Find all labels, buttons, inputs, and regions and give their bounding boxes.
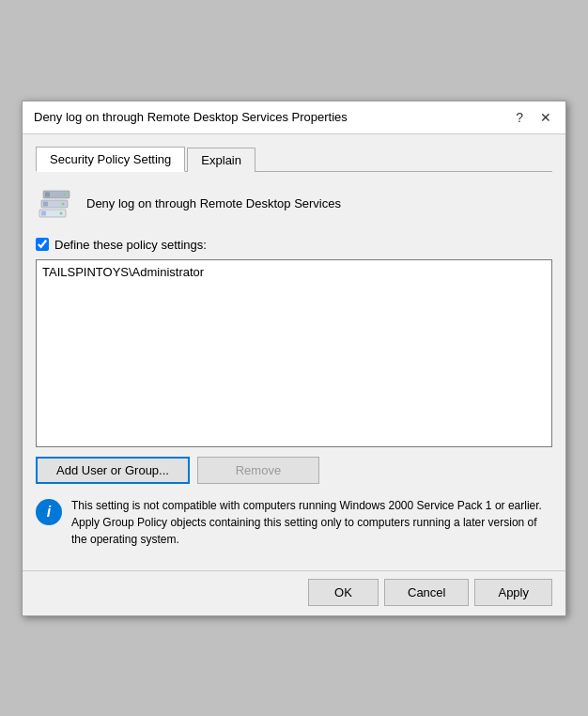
svg-point-8	[60, 211, 63, 214]
define-policy-checkbox[interactable]	[36, 238, 49, 251]
define-policy-row: Define these policy settings:	[36, 238, 552, 252]
define-policy-label[interactable]: Define these policy settings:	[54, 238, 207, 252]
tab-explain[interactable]: Explain	[187, 148, 255, 172]
dialog-footer: OK Cancel Apply	[23, 570, 565, 615]
dialog-content: Security Policy Setting Explain	[23, 134, 565, 570]
title-bar: Deny log on through Remote Desktop Servi…	[23, 101, 565, 134]
policy-title: Deny log on through Remote Desktop Servi…	[86, 195, 341, 212]
ok-button[interactable]: OK	[308, 579, 379, 606]
policy-header: Deny log on through Remote Desktop Servi…	[36, 185, 552, 225]
svg-rect-7	[41, 210, 46, 215]
apply-button[interactable]: Apply	[474, 579, 552, 606]
svg-point-2	[64, 193, 67, 195]
tab-bar: Security Policy Setting Explain	[36, 146, 552, 172]
tab-security-policy-setting[interactable]: Security Policy Setting	[36, 147, 185, 172]
info-text: This setting is not compatible with comp…	[71, 497, 552, 548]
server-icon	[36, 185, 75, 225]
close-button[interactable]: ✕	[535, 109, 556, 126]
user-listbox[interactable]: TAILSPINTOYS\Administrator	[36, 259, 552, 447]
list-item: TAILSPINTOYS\Administrator	[40, 264, 548, 280]
user-action-buttons: Add User or Group... Remove	[36, 457, 552, 484]
svg-rect-1	[45, 192, 50, 196]
add-user-button[interactable]: Add User or Group...	[36, 457, 190, 484]
svg-point-5	[62, 202, 65, 205]
title-bar-controls: ? ✕	[511, 109, 556, 126]
window-title: Deny log on through Remote Desktop Servi…	[34, 110, 511, 124]
info-icon: i	[36, 499, 62, 525]
svg-rect-4	[43, 201, 48, 206]
info-box: i This setting is not compatible with co…	[36, 497, 552, 548]
main-window: Deny log on through Remote Desktop Servi…	[22, 101, 566, 616]
remove-button[interactable]: Remove	[197, 457, 319, 484]
cancel-button[interactable]: Cancel	[384, 579, 469, 606]
help-button[interactable]: ?	[511, 109, 528, 126]
